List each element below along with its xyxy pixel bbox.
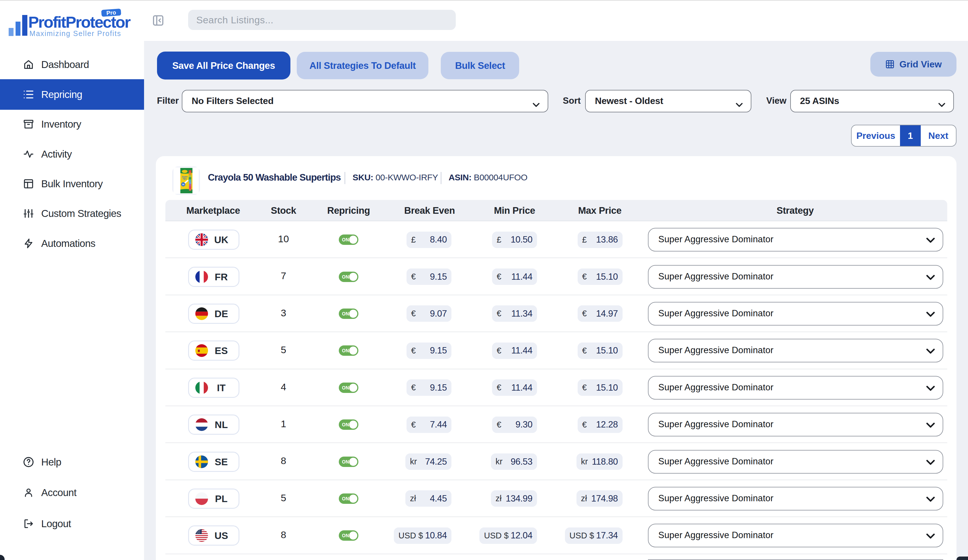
svg-text:Tips: Tips — [182, 177, 187, 180]
svg-text:50: 50 — [182, 184, 184, 186]
